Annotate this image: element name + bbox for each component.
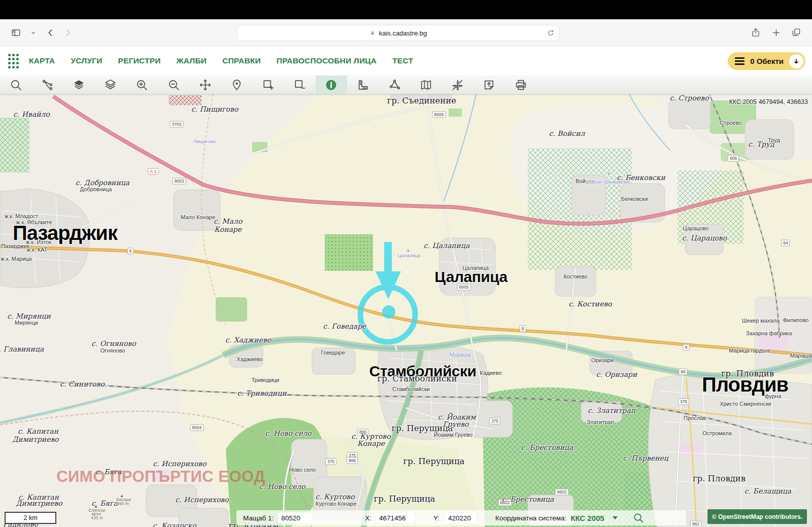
- nav-menu-item[interactable]: УСЛУГИ: [71, 56, 102, 65]
- layers-filled-icon: [73, 79, 85, 91]
- coordinate-grid-icon: [451, 79, 464, 91]
- reload-icon: [547, 29, 555, 37]
- nav-menu-item[interactable]: ЖАЛБИ: [177, 56, 207, 65]
- x-label: X:: [365, 514, 371, 522]
- objects-button[interactable]: 0 Обекти: [728, 52, 805, 70]
- crs-dropdown-caret-icon[interactable]: [613, 516, 618, 519]
- select-remove-tool-button[interactable]: [284, 76, 316, 94]
- new-tab-icon: [771, 28, 781, 38]
- tab-switcher-button[interactable]: [790, 26, 803, 39]
- export-tool-button[interactable]: [473, 76, 505, 94]
- address-bar[interactable]: kais.cadastre.bg: [236, 25, 559, 41]
- nav-menu-item[interactable]: СПРАВКИ: [222, 56, 261, 65]
- crs-label: Координатна система:: [495, 514, 566, 522]
- zoom-in-icon: [136, 79, 148, 91]
- measure-length-tool-button[interactable]: [347, 76, 379, 94]
- site-header: КАРТАУСЛУГИРЕГИСТРИЖАЛБИСПРАВКИПРАВОСПОС…: [0, 46, 812, 76]
- search-tool-button[interactable]: [0, 76, 31, 94]
- main-menu: КАРТАУСЛУГИРЕГИСТРИЖАЛБИСПРАВКИПРАВОСПОС…: [29, 56, 413, 65]
- chevron-down-icon: [30, 29, 37, 36]
- share-icon: [751, 27, 761, 38]
- nav-menu-item[interactable]: КАРТА: [29, 56, 55, 65]
- lock-icon: [369, 29, 376, 37]
- basemap-canvas: [0, 94, 812, 527]
- new-tab-button[interactable]: [769, 26, 783, 39]
- tab-group-chevron-button[interactable]: [26, 26, 40, 39]
- map-sheet-icon: [420, 79, 432, 91]
- coordinate-grid-tool-button[interactable]: [442, 76, 473, 94]
- select-add-icon: [262, 79, 275, 91]
- crs-select-value[interactable]: ККС 2005: [570, 514, 604, 522]
- map-sheet-tool-button[interactable]: [410, 76, 442, 94]
- measure-length-icon: [357, 79, 369, 91]
- back-button[interactable]: [44, 26, 57, 39]
- zoom-out-icon: [167, 79, 180, 91]
- forward-icon: [63, 28, 73, 38]
- apps-grid-icon[interactable]: [8, 54, 19, 68]
- osm-attribution: © OpenStreetMap contributors.: [707, 509, 807, 524]
- scale-input[interactable]: [278, 512, 312, 523]
- nav-menu-item[interactable]: ТЕСТ: [392, 56, 413, 65]
- nav-menu-item[interactable]: ПРАВОСПОСОБНИ ЛИЦА: [277, 56, 377, 65]
- scale-label: Мащаб 1:: [243, 514, 274, 522]
- browser-toolbar: kais.cadastre.bg: [0, 19, 812, 46]
- pan-icon: [199, 79, 212, 91]
- share-button[interactable]: [749, 26, 762, 39]
- download-arrow-icon: [789, 54, 803, 68]
- info-tool-button[interactable]: [316, 76, 347, 94]
- url-text: kais.cadastre.bg: [379, 29, 427, 37]
- measure-area-tool-button[interactable]: [379, 76, 410, 94]
- map-toolbar: [0, 76, 812, 94]
- route-tool-button[interactable]: [31, 76, 63, 94]
- measure-area-icon: [388, 79, 401, 91]
- layers-icon: [104, 79, 117, 91]
- application-window: kais.cadastre.bg КАРТАУСЛУГИРЕГИСТРИЖАЛБ…: [0, 0, 812, 527]
- print-icon: [515, 79, 527, 91]
- select-add-tool-button[interactable]: [253, 76, 284, 94]
- tab-switcher-icon: [791, 27, 801, 38]
- export-icon: [483, 79, 495, 91]
- forward-button[interactable]: [61, 26, 74, 39]
- coordinates-search-button[interactable]: [633, 512, 644, 523]
- print-tool-button[interactable]: [505, 76, 536, 94]
- x-coordinate-input[interactable]: [376, 512, 415, 523]
- search-icon: [633, 512, 644, 523]
- info-icon: [325, 79, 337, 91]
- map-status-bar: Мащаб 1: X: Y: Координатна система: ККС …: [236, 510, 686, 525]
- y-label: Y:: [433, 514, 439, 522]
- sidebar-toggle-button[interactable]: [9, 26, 22, 39]
- search-icon: [10, 79, 22, 91]
- zoom-in-tool-button[interactable]: [126, 76, 158, 94]
- reload-button[interactable]: [547, 29, 555, 37]
- nav-menu-item[interactable]: РЕГИСТРИ: [118, 56, 161, 65]
- location-tool-button[interactable]: [221, 76, 252, 94]
- route-icon: [41, 79, 54, 91]
- browser-window-controls: [749, 26, 803, 39]
- browser-nav-controls: [9, 26, 74, 39]
- layers-tool-button[interactable]: [95, 76, 126, 94]
- sidebar-icon: [11, 27, 21, 38]
- watermark: СИМО ПРОПЪРТИС ЕООД: [56, 468, 265, 486]
- back-icon: [46, 28, 55, 38]
- location-icon: [230, 79, 243, 91]
- scale-bar: 2 km: [5, 512, 56, 524]
- hamburger-icon: [735, 57, 745, 65]
- zoom-out-tool-button[interactable]: [158, 76, 189, 94]
- window-top-bar: [0, 0, 812, 19]
- map-viewport[interactable]: 800537038003А 18005880046066488863753758…: [0, 94, 812, 527]
- select-remove-icon: [293, 79, 306, 91]
- pan-tool-button[interactable]: [189, 76, 221, 94]
- cursor-coordinates-readout: ККС 2005 4679494, 436633: [729, 98, 808, 106]
- layers-filled-tool-button[interactable]: [63, 76, 94, 94]
- objects-count-label: 0 Обекти: [750, 57, 784, 65]
- y-coordinate-input[interactable]: [445, 512, 477, 523]
